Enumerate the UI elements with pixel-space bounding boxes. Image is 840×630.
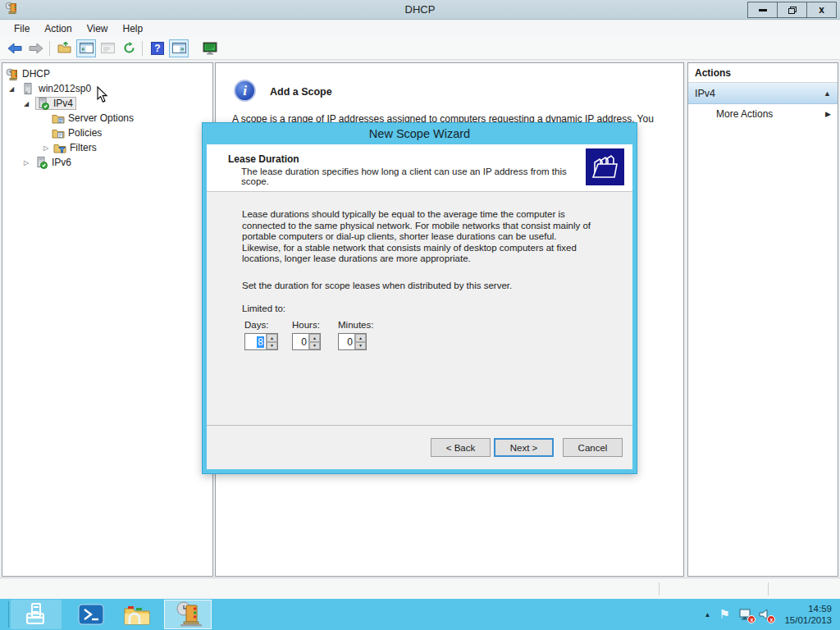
window-title: DHCP — [0, 3, 840, 16]
wizard-titlebar[interactable]: New Scope Wizard — [203, 123, 637, 144]
info-icon: i — [234, 80, 256, 102]
status-divider — [659, 582, 660, 596]
menu-view[interactable]: View — [80, 21, 116, 36]
submenu-arrow-icon: ▶ — [825, 110, 831, 118]
tree-label[interactable]: Filters — [70, 142, 97, 153]
back-icon[interactable] — [5, 39, 25, 57]
lease-instruction: Set the duration for scope leases when d… — [242, 281, 512, 290]
mouse-cursor — [97, 86, 108, 106]
tree-item-server[interactable]: ◢ win2012sp0 — [7, 81, 91, 96]
days-up-icon[interactable]: ▲ — [267, 334, 277, 342]
hours-stepper[interactable]: 0 ▲ ▼ — [292, 333, 321, 350]
days-down-icon[interactable]: ▼ — [267, 342, 277, 350]
tree-label[interactable]: DHCP — [22, 68, 50, 80]
network-error-badge: x — [747, 615, 756, 623]
show-console-tree-icon[interactable] — [76, 39, 96, 57]
cancel-button[interactable]: Cancel — [563, 438, 623, 457]
minutes-group: Minutes: 0 ▲ ▼ — [338, 320, 373, 350]
collapsed-arrow-icon[interactable]: ▷ — [42, 144, 50, 152]
days-label: Days: — [244, 320, 278, 330]
file-explorer-taskbar-button[interactable] — [118, 600, 156, 629]
close-button[interactable]: x — [806, 2, 837, 18]
collapse-group-icon[interactable]: ▲ — [824, 89, 831, 98]
days-group: Days: 8 ▲ ▼ — [244, 320, 278, 350]
toolbar: ? — [0, 37, 840, 60]
minutes-up-icon[interactable]: ▲ — [355, 334, 366, 342]
hours-value[interactable]: 0 — [293, 334, 308, 349]
wizard-folders-icon — [586, 148, 624, 185]
expanded-arrow-icon[interactable]: ◢ — [7, 85, 16, 93]
show-action-pane-icon[interactable] — [169, 39, 189, 57]
volume-muted-icon[interactable]: x — [758, 607, 773, 622]
expanded-arrow-icon[interactable]: ◢ — [22, 100, 30, 107]
minutes-down-icon[interactable]: ▼ — [355, 342, 366, 350]
tree-label[interactable]: Policies — [68, 127, 102, 139]
restore-button[interactable] — [777, 2, 807, 18]
minutes-label: Minutes: — [338, 320, 373, 330]
forward-icon[interactable] — [26, 39, 46, 57]
hours-up-icon[interactable]: ▲ — [309, 334, 320, 342]
properties-icon[interactable] — [98, 39, 117, 57]
more-actions-item[interactable]: More Actions ▶ — [688, 104, 838, 124]
menu-action[interactable]: Action — [37, 21, 79, 36]
tree-label[interactable]: IPv6 — [52, 157, 71, 168]
back-button[interactable]: < Back — [431, 438, 491, 457]
hours-label: Hours: — [292, 320, 321, 330]
server-manager-icon — [22, 602, 50, 627]
menu-bar: File Action View Help — [0, 21, 840, 37]
filters-folder-icon — [53, 142, 66, 153]
tree-label[interactable]: Server Options — [68, 112, 134, 124]
taskbar: ▲ ⚑ x x 14:59 15/01/2013 — [0, 599, 840, 630]
actions-group-ipv4[interactable]: IPv4 ▲ — [688, 83, 838, 104]
next-button[interactable]: Next > — [494, 438, 554, 457]
dhcp-taskbar-button[interactable] — [164, 600, 212, 629]
action-center-flag-icon[interactable]: ⚑ — [719, 607, 733, 622]
menu-file[interactable]: File — [7, 21, 37, 36]
show-hidden-icons-arrow[interactable]: ▲ — [705, 611, 711, 619]
collapsed-arrow-icon[interactable]: ▷ — [22, 159, 30, 167]
hours-group: Hours: 0 ▲ ▼ — [292, 320, 321, 350]
tree-label[interactable]: IPv4 — [53, 98, 73, 109]
close-icon: x — [819, 4, 824, 16]
export-list-icon[interactable] — [55, 39, 75, 57]
actions-group-label: IPv4 — [695, 88, 715, 99]
menu-help[interactable]: Help — [116, 21, 151, 36]
minimize-button[interactable] — [747, 2, 778, 18]
server-icon — [22, 83, 35, 94]
dhcp-root-icon — [6, 68, 19, 80]
wizard-button-row: < Back Next > Cancel — [207, 426, 632, 469]
system-tray: ▲ ⚑ x x 14:59 15/01/2013 — [705, 599, 840, 630]
wizard-page-title: Lease Duration — [228, 153, 299, 165]
refresh-icon[interactable] — [119, 39, 139, 57]
file-explorer-icon — [123, 603, 151, 626]
toolbar-separator — [49, 41, 50, 56]
tree-item-ipv6[interactable]: ▷ IPv6 — [22, 155, 71, 170]
tree-item-policies[interactable]: Policies — [52, 126, 102, 140]
console-tree-pane: DHCP ◢ win2012sp0 ◢ IPv4 Server Options … — [2, 62, 213, 577]
minutes-value[interactable]: 0 — [339, 334, 354, 349]
clock[interactable]: 14:59 15/01/2013 — [784, 603, 832, 626]
server-manager-taskbar-button[interactable] — [11, 600, 62, 629]
window-titlebar: DHCP x — [0, 0, 840, 20]
more-actions-label: More Actions — [716, 108, 773, 120]
remote-desktop-icon[interactable] — [200, 39, 220, 57]
status-bar — [0, 578, 840, 599]
tray-time: 14:59 — [784, 603, 832, 614]
tree-item-ipv4[interactable]: ◢ IPv4 — [22, 96, 76, 111]
tree-item-dhcp-root[interactable]: DHCP — [6, 66, 50, 81]
tree-label[interactable]: win2012sp0 — [39, 83, 91, 94]
powershell-icon — [78, 604, 104, 625]
days-stepper[interactable]: 8 ▲ ▼ — [244, 333, 278, 350]
network-status-icon[interactable]: x — [738, 607, 753, 622]
days-value[interactable]: 8 — [245, 334, 266, 349]
wizard-header: Lease Duration The lease duration specif… — [207, 144, 632, 192]
actions-pane: Actions IPv4 ▲ More Actions ▶ — [687, 62, 838, 577]
hours-down-icon[interactable]: ▼ — [309, 342, 320, 350]
tree-item-server-options[interactable]: Server Options — [52, 111, 134, 126]
minutes-stepper[interactable]: 0 ▲ ▼ — [338, 333, 367, 350]
tree-item-filters[interactable]: ▷ Filters — [42, 140, 97, 155]
help-icon[interactable]: ? — [148, 39, 167, 57]
tray-date: 15/01/2013 — [784, 614, 832, 626]
policies-folder-icon — [52, 127, 65, 139]
powershell-taskbar-button[interactable] — [72, 600, 110, 629]
